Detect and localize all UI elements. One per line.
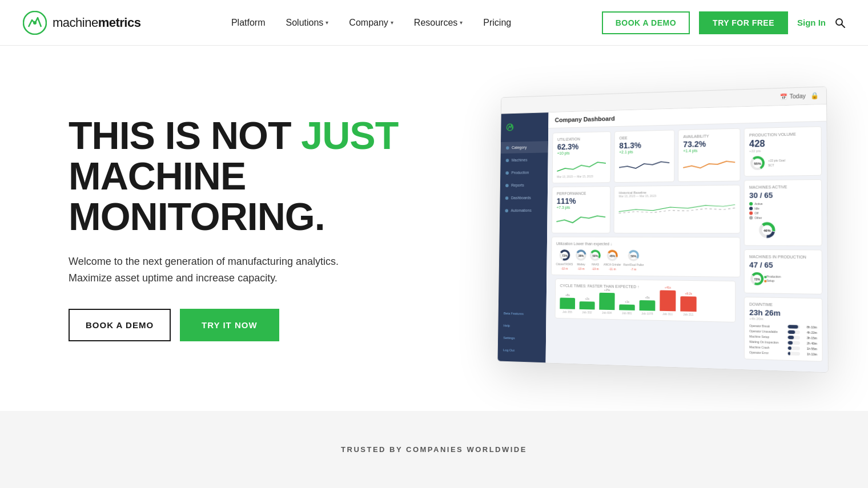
- sidebar-item-category[interactable]: Category: [501, 141, 548, 154]
- book-demo-nav-button[interactable]: BOOK A DEMO: [602, 11, 690, 34]
- svg-text:50%: 50%: [631, 255, 637, 258]
- downtime-bar-row: Operator Break 8h 10m: [749, 324, 817, 329]
- sidebar-item-dashboards[interactable]: Dashboards: [500, 192, 547, 204]
- downtime-bar-row: Operator Unavailable 4h 22m: [749, 329, 817, 334]
- machines-in-production-card: Machines In Production 47 / 65 72% Produ…: [744, 249, 822, 295]
- brand-logo[interactable]: machinemetrics: [23, 11, 140, 35]
- svg-point-1: [33, 21, 37, 25]
- book-demo-hero-button[interactable]: BOOK A DEMO: [69, 309, 171, 341]
- hero-title: THIS IS NOT JUST MACHINE MONITORING.: [69, 115, 423, 237]
- dashboard-body: Category Machines Production Reports Das…: [498, 104, 828, 372]
- sidebar-logo: [501, 118, 548, 141]
- hero-dashboard-image: 📅 Today 🔒 Category: [423, 91, 822, 366]
- dashboard-grid: Utilization 62.3% +10 pts Mar 13, 2023 —…: [546, 122, 828, 367]
- downtime-bars: Operator Break 8h 10m Operator Unavailab…: [749, 324, 817, 356]
- downtime-card: Downtime 23h 26m +4h 20m Operator Break: [744, 297, 823, 362]
- oee-card: OEE 81.3% +2.1 pts: [614, 130, 674, 183]
- nav-actions: BOOK A DEMO TRY FOR FREE Sign In: [602, 11, 845, 34]
- performance-card: Performance 111% +7.3 pts: [552, 186, 611, 233]
- nav-item-company[interactable]: Company ▾: [349, 18, 393, 28]
- sidebar-item-production[interactable]: Production: [500, 166, 548, 178]
- chevron-down-icon: ▾: [460, 19, 463, 26]
- sidebar-item-machines[interactable]: Machines: [500, 154, 548, 166]
- sidebar-item-settings[interactable]: Settings: [498, 332, 546, 345]
- dashboard-sidebar: Category Machines Production Reports Das…: [498, 112, 549, 362]
- metric-row-1: Utilization 62.3% +10 pts Mar 13, 2023 —…: [552, 128, 741, 184]
- svg-text:38%: 38%: [578, 255, 584, 257]
- availability-card: Availability 73.2% +1.4 pts: [678, 128, 740, 182]
- downtime-bar-row: Waiting On Inspection 2h 40m: [749, 340, 817, 346]
- svg-text:Production: Production: [766, 275, 781, 279]
- historical-baseline-card: Historical Baseline Mar 13, 2023 — Mar 1…: [613, 185, 740, 233]
- svg-text:Setup: Setup: [766, 279, 774, 283]
- trusted-section: TRUSTED BY COMPANIES WORLDWIDE: [0, 411, 868, 488]
- sidebar-item-automations[interactable]: Automations: [500, 204, 548, 216]
- dashboard-right-panel: Production Volume 428 +22 pts 55%: [744, 126, 823, 362]
- dashboard-mockup: 📅 Today 🔒 Category: [497, 86, 829, 373]
- try-now-button[interactable]: TRY IT NOW: [180, 309, 279, 341]
- downtime-bar-row: Operator Error 1h 10m: [749, 350, 817, 356]
- machines-active-card: Machines Active 30 / 65 Active Idle: [744, 179, 822, 246]
- donut-haas: 50% HAAS -13 m: [589, 249, 601, 271]
- try-free-button[interactable]: TRY FOR FREE: [699, 11, 788, 34]
- bar-1: +8s Job 355: [560, 293, 575, 314]
- chevron-down-icon: ▾: [326, 19, 328, 26]
- utilization-card: Utilization 62.3% +10 pts Mar 13, 2023 —…: [552, 131, 611, 183]
- hero-content: THIS IS NOT JUST MACHINE MONITORING. Wel…: [69, 115, 423, 342]
- production-donut: 55%: [749, 155, 766, 171]
- dashboard-metrics: Utilization 62.3% +10 pts Mar 13, 2023 —…: [550, 128, 740, 360]
- hero-section: THIS IS NOT JUST MACHINE MONITORING. Wel…: [0, 46, 868, 411]
- sidebar-item-help[interactable]: Help: [498, 320, 546, 332]
- sign-in-link[interactable]: Sign In: [797, 18, 826, 27]
- sidebar-item-reports[interactable]: Reports: [500, 179, 548, 191]
- nav-item-resources[interactable]: Resources ▾: [414, 18, 463, 28]
- logo-text: machinemetrics: [53, 15, 140, 30]
- svg-text:72%: 72%: [562, 255, 568, 257]
- svg-text:46%: 46%: [763, 229, 771, 232]
- hero-buttons: BOOK A DEMO TRY IT NOW: [69, 309, 423, 341]
- lock-icon: 🔒: [810, 92, 819, 100]
- chevron-down-icon: ▾: [391, 19, 393, 26]
- bar-7: +9.2s Job 211: [680, 292, 696, 316]
- nav-links: Platform Solutions ▾ Company ▾ Resources…: [231, 18, 511, 28]
- bar-2: +2s Job 332: [579, 297, 594, 314]
- production-volume-card: Production Volume 428 +22 pts 55%: [744, 126, 822, 176]
- downtime-bar-row: Machine Setup 3h 15m: [749, 334, 817, 340]
- bar-4: +1s Job 881: [619, 300, 635, 315]
- nav-item-pricing[interactable]: Pricing: [483, 18, 511, 28]
- nav-item-platform[interactable]: Platform: [231, 18, 266, 28]
- downtime-bar-row: Machine Crash 1h 55m: [749, 345, 817, 351]
- svg-line-3: [841, 24, 845, 27]
- trusted-title: TRUSTED BY COMPANIES WORLDWIDE: [46, 445, 822, 454]
- bar-5: +5s Job 1078: [640, 296, 656, 316]
- dashboard-main: Company Dashboard Utilization 62.3% +10 …: [546, 104, 828, 372]
- svg-text:72%: 72%: [754, 278, 760, 281]
- donut-motley: 38% Motley -13 m: [575, 249, 587, 271]
- donut-ram: 50% Ram/Dual Pallor -7 m: [624, 249, 644, 271]
- sidebar-item-beta[interactable]: Beta Features: [499, 308, 546, 320]
- hero-subtitle: Welcome to the next generation of manufa…: [69, 253, 365, 287]
- sidebar-item-logout[interactable]: Log Out: [498, 344, 546, 357]
- svg-text:55%: 55%: [754, 162, 761, 165]
- bar-3: +25s Job 834: [599, 288, 615, 314]
- donut-anca: 45% ANCA Grinder -11 m: [604, 249, 621, 271]
- metric-row-2: Performance 111% +7.3 pts: [552, 185, 741, 233]
- search-icon: [835, 18, 845, 28]
- svg-text:45%: 45%: [610, 255, 616, 257]
- machines-production-donut: 72% Production Setup: [749, 272, 817, 287]
- search-button[interactable]: [835, 18, 845, 28]
- cycle-times-card: Cycle Times: faster than expected ↑ +8s …: [555, 279, 736, 322]
- donut-citizentasks: 72% CitizenTASKS -12 m: [556, 249, 573, 270]
- machines-donut: 46%: [749, 222, 785, 239]
- bar-6: +41s Job 311: [660, 285, 676, 316]
- svg-text:50%: 50%: [593, 255, 598, 257]
- dashboard-date: 📅 Today: [780, 93, 806, 100]
- logo-icon: [23, 11, 47, 35]
- utilization-lower-card: Utilization Lower than expected ↓ 72%: [551, 237, 741, 277]
- nav-item-solutions[interactable]: Solutions ▾: [286, 18, 329, 28]
- navbar: machinemetrics Platform Solutions ▾ Comp…: [0, 0, 868, 46]
